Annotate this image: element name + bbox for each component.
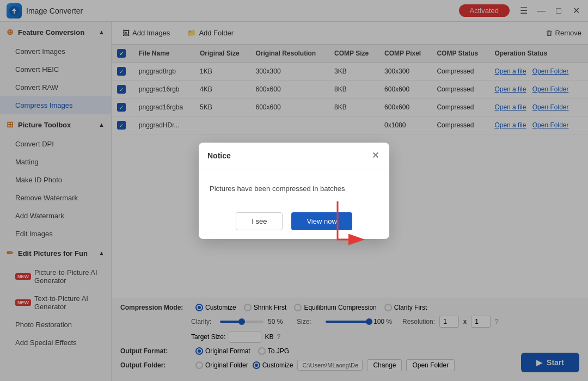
modal-message: Pictures have been compressed in batches <box>210 185 345 193</box>
i-see-button[interactable]: I see <box>236 212 283 230</box>
modal-footer: I see View now <box>199 204 389 239</box>
modal-close-button[interactable]: ✕ <box>370 150 381 161</box>
content-wrapper: 🖼 Add Images 📁 Add Folder 🗑 Remove <box>112 22 588 381</box>
view-now-button[interactable]: View now <box>291 212 352 230</box>
modal-title: Notice <box>207 151 231 160</box>
modal-body: Pictures have been compressed in batches <box>199 169 389 204</box>
notice-modal: Notice ✕ Pictures have been compressed i… <box>199 143 389 239</box>
modal-overlay: Notice ✕ Pictures have been compressed i… <box>0 22 588 381</box>
main-layout: ⊕ Feature Conversion ▲ Convert Images Co… <box>0 22 588 381</box>
modal-header: Notice ✕ <box>199 143 389 169</box>
